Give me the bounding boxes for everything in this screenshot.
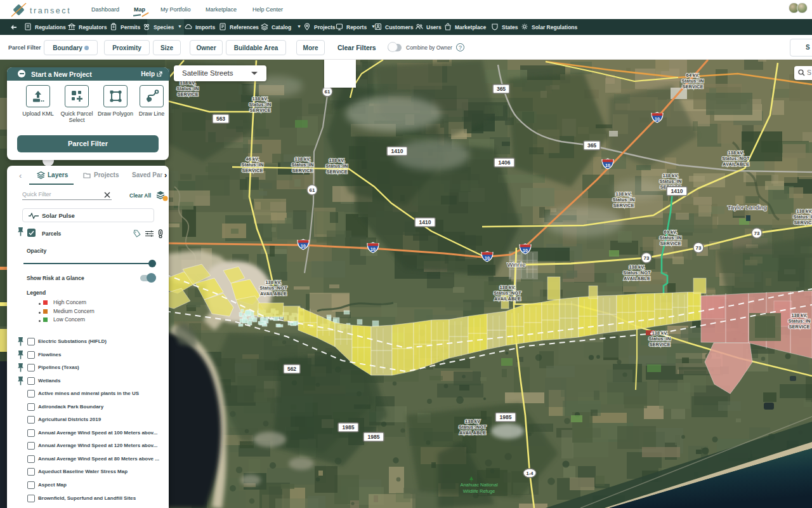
svg-text:1-4: 1-4 <box>527 471 534 476</box>
svg-text:1410: 1410 <box>419 219 431 225</box>
svg-text:10: 10 <box>485 256 490 260</box>
svg-text:1410: 1410 <box>391 148 403 154</box>
svg-text:365: 365 <box>587 142 596 149</box>
svg-text:1985: 1985 <box>500 414 512 420</box>
svg-text:138 kV,Status: INSERVICE: 138 kV,Status: INSERVICE <box>648 330 671 347</box>
svg-text:Anahuac NationalWildlife Refug: Anahuac NationalWildlife Refuge <box>460 482 498 494</box>
svg-text:10: 10 <box>370 247 376 251</box>
svg-text:73: 73 <box>696 245 702 251</box>
svg-text:138 kV,Status: INSERVICE: 138 kV,Status: INSERVICE <box>249 96 271 113</box>
svg-text:138 kV,Status: INSERVICE: 138 kV,Status: INSERVICE <box>176 80 199 97</box>
svg-text:138 kV,Status: INSERVICE: 138 kV,Status: INSERVICE <box>612 191 634 208</box>
svg-text:562: 562 <box>287 366 296 372</box>
svg-text:138 kV,Status: INSERVICE: 138 kV,Status: INSERVICE <box>325 157 348 175</box>
svg-text:10: 10 <box>605 163 610 168</box>
svg-text:563: 563 <box>216 116 225 122</box>
svg-text:10: 10 <box>655 117 660 121</box>
svg-text:365: 365 <box>497 86 506 92</box>
svg-text:1406: 1406 <box>499 159 511 166</box>
svg-text:138 kV,Status: INSERVICE: 138 kV,Status: INSERVICE <box>788 312 810 330</box>
svg-text:1985: 1985 <box>368 434 380 440</box>
svg-text:Winnie: Winnie <box>507 261 525 268</box>
svg-text:transect: transect <box>30 6 71 15</box>
svg-text:10: 10 <box>523 248 528 253</box>
svg-text:61: 61 <box>325 89 331 95</box>
svg-text:1985: 1985 <box>343 424 355 431</box>
svg-text:73: 73 <box>754 231 760 236</box>
svg-text:Taylor Landing: Taylor Landing <box>728 204 767 211</box>
svg-text:73: 73 <box>644 255 650 261</box>
svg-text:1410: 1410 <box>671 188 683 194</box>
svg-text:10: 10 <box>301 244 306 248</box>
svg-text:61: 61 <box>310 187 315 193</box>
svg-text:138 kV,Status: INSERVICE: 138 kV,Status: INSERVICE <box>291 156 313 173</box>
svg-text:138 kV,Status: INSERVICE: 138 kV,Status: INSERVICE <box>793 208 812 225</box>
